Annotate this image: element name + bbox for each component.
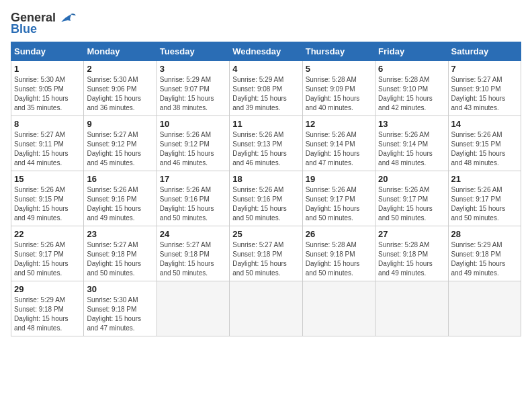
day-cell: 28Sunrise: 5:29 AM Sunset: 9:18 PM Dayli…: [448, 226, 521, 281]
header-thursday: Thursday: [302, 42, 375, 61]
day-info: Sunrise: 5:27 AM Sunset: 9:18 PM Dayligh…: [87, 240, 153, 278]
day-info: Sunrise: 5:26 AM Sunset: 9:16 PM Dayligh…: [87, 185, 153, 223]
day-cell: [302, 281, 375, 336]
day-cell: 2Sunrise: 5:30 AM Sunset: 9:06 PM Daylig…: [84, 61, 157, 116]
day-number: 25: [232, 229, 299, 239]
header-friday: Friday: [375, 42, 448, 61]
day-cell: 8Sunrise: 5:27 AM Sunset: 9:11 PM Daylig…: [11, 116, 84, 171]
day-number: 14: [451, 119, 518, 129]
day-info: Sunrise: 5:30 AM Sunset: 9:05 PM Dayligh…: [14, 75, 81, 113]
day-cell: [157, 281, 229, 336]
day-info: Sunrise: 5:29 AM Sunset: 9:18 PM Dayligh…: [14, 295, 81, 333]
day-info: Sunrise: 5:26 AM Sunset: 9:15 PM Dayligh…: [14, 185, 81, 223]
day-cell: [375, 281, 448, 336]
day-info: Sunrise: 5:26 AM Sunset: 9:17 PM Dayligh…: [14, 240, 81, 278]
day-cell: 15Sunrise: 5:26 AM Sunset: 9:15 PM Dayli…: [11, 171, 84, 226]
day-number: 24: [160, 229, 226, 239]
day-cell: 9Sunrise: 5:27 AM Sunset: 9:12 PM Daylig…: [84, 116, 157, 171]
day-cell: 11Sunrise: 5:26 AM Sunset: 9:13 PM Dayli…: [230, 116, 302, 171]
day-number: 18: [232, 174, 299, 184]
header-monday: Monday: [84, 42, 157, 61]
day-cell: 24Sunrise: 5:27 AM Sunset: 9:18 PM Dayli…: [157, 226, 229, 281]
day-number: 22: [14, 229, 81, 239]
day-cell: 10Sunrise: 5:26 AM Sunset: 9:12 PM Dayli…: [157, 116, 229, 171]
day-info: Sunrise: 5:28 AM Sunset: 9:09 PM Dayligh…: [306, 75, 372, 113]
day-info: Sunrise: 5:26 AM Sunset: 9:16 PM Dayligh…: [232, 185, 299, 223]
day-info: Sunrise: 5:26 AM Sunset: 9:17 PM Dayligh…: [378, 185, 445, 223]
day-cell: 6Sunrise: 5:28 AM Sunset: 9:10 PM Daylig…: [375, 61, 448, 116]
logo-bird-icon: [58, 11, 77, 25]
day-info: Sunrise: 5:26 AM Sunset: 9:14 PM Dayligh…: [306, 130, 372, 168]
header-row: SundayMondayTuesdayWednesdayThursdayFrid…: [11, 42, 521, 61]
day-number: 27: [378, 229, 445, 239]
day-cell: 27Sunrise: 5:28 AM Sunset: 9:18 PM Dayli…: [375, 226, 448, 281]
day-info: Sunrise: 5:30 AM Sunset: 9:06 PM Dayligh…: [87, 75, 153, 113]
day-number: 4: [232, 64, 299, 74]
day-info: Sunrise: 5:27 AM Sunset: 9:11 PM Dayligh…: [14, 130, 81, 168]
day-info: Sunrise: 5:26 AM Sunset: 9:14 PM Dayligh…: [378, 130, 445, 168]
day-cell: 23Sunrise: 5:27 AM Sunset: 9:18 PM Dayli…: [84, 226, 157, 281]
day-number: 17: [160, 174, 226, 184]
week-row-2: 8Sunrise: 5:27 AM Sunset: 9:11 PM Daylig…: [11, 116, 521, 171]
day-number: 13: [378, 119, 445, 129]
day-info: Sunrise: 5:27 AM Sunset: 9:10 PM Dayligh…: [451, 75, 518, 113]
day-info: Sunrise: 5:30 AM Sunset: 9:18 PM Dayligh…: [87, 295, 153, 333]
day-info: Sunrise: 5:27 AM Sunset: 9:18 PM Dayligh…: [160, 240, 226, 278]
week-row-3: 15Sunrise: 5:26 AM Sunset: 9:15 PM Dayli…: [11, 171, 521, 226]
week-row-1: 1Sunrise: 5:30 AM Sunset: 9:05 PM Daylig…: [11, 61, 521, 116]
day-number: 15: [14, 174, 81, 184]
day-info: Sunrise: 5:26 AM Sunset: 9:13 PM Dayligh…: [232, 130, 299, 168]
day-info: Sunrise: 5:27 AM Sunset: 9:18 PM Dayligh…: [232, 240, 299, 278]
day-cell: 16Sunrise: 5:26 AM Sunset: 9:16 PM Dayli…: [84, 171, 157, 226]
day-number: 26: [306, 229, 372, 239]
header-sunday: Sunday: [11, 42, 84, 61]
calendar-table: SundayMondayTuesdayWednesdayThursdayFrid…: [11, 42, 521, 336]
day-number: 12: [306, 119, 372, 129]
day-number: 28: [451, 229, 518, 239]
day-info: Sunrise: 5:28 AM Sunset: 9:10 PM Dayligh…: [378, 75, 445, 113]
day-number: 21: [451, 174, 518, 184]
day-number: 11: [232, 119, 299, 129]
day-info: Sunrise: 5:29 AM Sunset: 9:18 PM Dayligh…: [451, 240, 518, 278]
day-cell: 22Sunrise: 5:26 AM Sunset: 9:17 PM Dayli…: [11, 226, 84, 281]
day-cell: 20Sunrise: 5:26 AM Sunset: 9:17 PM Dayli…: [375, 171, 448, 226]
day-number: 7: [451, 64, 518, 74]
day-number: 23: [87, 229, 153, 239]
logo: General Blue: [11, 11, 77, 36]
day-number: 20: [378, 174, 445, 184]
header-saturday: Saturday: [448, 42, 521, 61]
day-info: Sunrise: 5:29 AM Sunset: 9:08 PM Dayligh…: [232, 75, 299, 113]
week-row-5: 29Sunrise: 5:29 AM Sunset: 9:18 PM Dayli…: [11, 281, 521, 336]
day-number: 29: [14, 284, 81, 294]
day-info: Sunrise: 5:26 AM Sunset: 9:15 PM Dayligh…: [451, 130, 518, 168]
day-number: 1: [14, 64, 81, 74]
day-number: 6: [378, 64, 445, 74]
day-cell: 5Sunrise: 5:28 AM Sunset: 9:09 PM Daylig…: [302, 61, 375, 116]
day-number: 19: [306, 174, 372, 184]
day-number: 16: [87, 174, 153, 184]
day-cell: 12Sunrise: 5:26 AM Sunset: 9:14 PM Dayli…: [302, 116, 375, 171]
day-cell: 26Sunrise: 5:28 AM Sunset: 9:18 PM Dayli…: [302, 226, 375, 281]
day-cell: 17Sunrise: 5:26 AM Sunset: 9:16 PM Dayli…: [157, 171, 229, 226]
day-cell: 25Sunrise: 5:27 AM Sunset: 9:18 PM Dayli…: [230, 226, 302, 281]
day-number: 3: [160, 64, 226, 74]
day-cell: 1Sunrise: 5:30 AM Sunset: 9:05 PM Daylig…: [11, 61, 84, 116]
day-number: 10: [160, 119, 226, 129]
day-info: Sunrise: 5:26 AM Sunset: 9:12 PM Dayligh…: [160, 130, 226, 168]
day-info: Sunrise: 5:27 AM Sunset: 9:12 PM Dayligh…: [87, 130, 153, 168]
day-info: Sunrise: 5:26 AM Sunset: 9:16 PM Dayligh…: [160, 185, 226, 223]
day-cell: 4Sunrise: 5:29 AM Sunset: 9:08 PM Daylig…: [230, 61, 302, 116]
day-cell: 29Sunrise: 5:29 AM Sunset: 9:18 PM Dayli…: [11, 281, 84, 336]
day-info: Sunrise: 5:28 AM Sunset: 9:18 PM Dayligh…: [378, 240, 445, 278]
day-cell: 19Sunrise: 5:26 AM Sunset: 9:17 PM Dayli…: [302, 171, 375, 226]
day-cell: 13Sunrise: 5:26 AM Sunset: 9:14 PM Dayli…: [375, 116, 448, 171]
day-number: 5: [306, 64, 372, 74]
logo-blue: Blue: [11, 22, 37, 36]
day-number: 30: [87, 284, 153, 294]
day-cell: [448, 281, 521, 336]
day-info: Sunrise: 5:28 AM Sunset: 9:18 PM Dayligh…: [306, 240, 372, 278]
day-cell: 21Sunrise: 5:26 AM Sunset: 9:17 PM Dayli…: [448, 171, 521, 226]
day-cell: 30Sunrise: 5:30 AM Sunset: 9:18 PM Dayli…: [84, 281, 157, 336]
week-row-4: 22Sunrise: 5:26 AM Sunset: 9:17 PM Dayli…: [11, 226, 521, 281]
day-cell: 14Sunrise: 5:26 AM Sunset: 9:15 PM Dayli…: [448, 116, 521, 171]
